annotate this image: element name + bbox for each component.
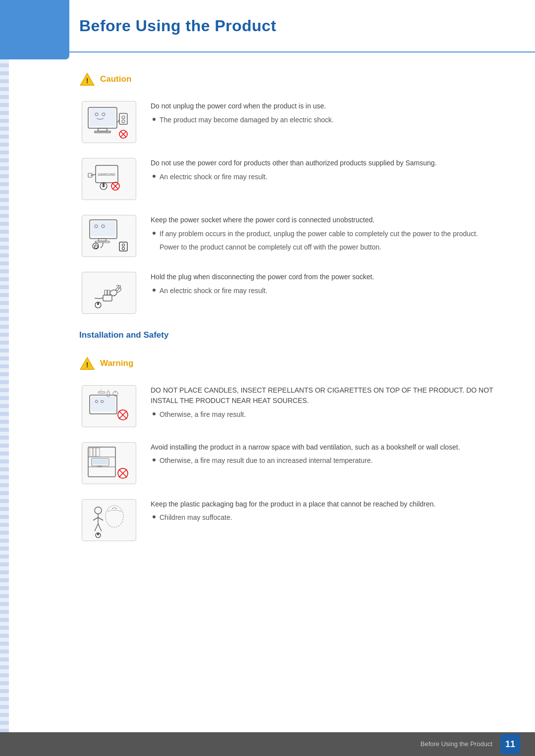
svg-point-8 [122,120,125,123]
bullet-dot [153,458,156,461]
caution-4-text: Hold the plug when disconnecting the pow… [151,272,505,296]
svg-rect-4 [98,128,107,131]
caution-4-main: Hold the plug when disconnecting the pow… [151,272,505,283]
bullet-text: An electric shock or fire may result. [160,286,268,296]
illustration-caution-3: ⏻ [79,215,139,257]
bullet-dot [153,412,156,415]
illus-box-4 [82,272,136,314]
warning-icon: ! [79,356,95,370]
svg-rect-60 [93,448,96,456]
svg-text:!: ! [86,77,89,85]
bullet-text: The product may become damaged by an ele… [160,115,334,125]
caution-header: ! Caution [79,72,505,86]
illus-box-2: SAMSUNG [82,158,136,200]
svg-rect-25 [95,241,109,243]
svg-line-66 [95,524,98,531]
caution-2-main: Do not use the power cord for products o… [151,158,505,169]
illustration-caution-2: SAMSUNG [79,158,139,200]
bullet-dot [153,232,156,235]
illustration-warning-2 [79,442,139,484]
footer-text: Before Using the Product [421,739,492,749]
svg-text:SAMSUNG: SAMSUNG [98,173,115,176]
caution-2-bullet-1: An electric shock or fire may result. [153,172,505,182]
svg-rect-37 [97,302,99,305]
warning-label: Warning [100,357,133,370]
svg-rect-44 [107,392,109,397]
bullet-text: An electric shock or fire may result. [160,172,268,182]
caution-3-sub-note: Power to the product cannot be completel… [160,242,505,252]
bullet-text: Otherwise, a fire may result. [160,409,246,420]
svg-rect-35 [103,295,112,301]
warning-item-2: Avoid installing the product in a narrow… [79,442,505,484]
caution-3-bullet-1: If any problem occurs in the product, un… [153,229,505,239]
caution-icon: ! [79,72,95,86]
bullet-dot [153,118,156,121]
svg-text:!: ! [86,360,89,368]
warning-1-main: DO NOT PLACE CANDLES, INSECT REPELLANTS … [151,385,505,406]
svg-rect-5 [95,131,110,133]
caution-item-2: SAMSUNG Do not use the power [79,158,505,200]
bullet-text: Children may suffocate. [160,512,232,523]
svg-line-67 [98,524,102,531]
bullet-dot [153,289,156,292]
illus-box-1 [82,101,136,143]
illustration-warning-1 [79,385,139,427]
warning-header: ! Warning [79,356,505,370]
svg-line-65 [98,517,103,520]
illus-box-w3 [82,499,136,541]
caution-3-main: Keep the power socket where the power co… [151,215,505,226]
caution-1-main: Do not unplug the power cord when the pr… [151,101,505,112]
page-number: 11 [500,734,520,754]
warning-3-main: Keep the plastic packaging bag for the p… [151,499,505,510]
illus-box-w2 [82,442,136,484]
caution-item-3: ⏻ Keep the power socket where the power … [79,215,505,257]
svg-rect-70 [97,533,99,535]
svg-rect-49 [98,392,105,393]
installation-section-title: Installation and Safety [79,329,505,342]
caution-item-1: Do not unplug the power cord when the pr… [79,101,505,143]
warning-item-3: Keep the plastic packaging bag for the p… [79,499,505,541]
left-stripe [0,0,9,756]
footer: Before Using the Product 11 [0,732,535,756]
page-title-area: Before Using the Product [0,0,535,52]
svg-rect-41 [91,397,115,411]
warning-2-bullet-1: Otherwise, a fire may result due to an i… [153,455,505,466]
warning-1-bullet-1: Otherwise, a fire may result. [153,409,505,420]
caution-item-4: Hold the plug when disconnecting the pow… [79,272,505,314]
svg-text:⏻: ⏻ [93,244,98,249]
caution-3-text: Keep the power socket where the power co… [151,215,505,252]
svg-rect-55 [98,466,102,467]
caution-2-text: Do not use the power cord for products o… [151,158,505,182]
bullet-dot [153,175,156,178]
svg-rect-23 [91,221,115,236]
bullet-dot [153,515,156,518]
bullet-text: Otherwise, a fire may result due to an i… [160,455,373,466]
svg-rect-61 [96,448,100,456]
caution-1-bullet-1: The product may become damaged by an ele… [153,115,505,125]
svg-point-68 [106,505,123,527]
svg-point-30 [122,248,124,250]
svg-line-64 [93,517,98,520]
svg-rect-54 [93,459,108,464]
illus-box-3: ⏻ [82,215,136,257]
page: Before Using the Product ! Caution [0,0,535,756]
warning-item-1: DO NOT PLACE CANDLES, INSECT REPELLANTS … [79,385,505,427]
caution-1-text: Do not unplug the power cord when the pr… [151,101,505,125]
page-title: Before Using the Product [79,14,505,38]
svg-point-29 [122,244,124,247]
svg-point-7 [122,116,125,119]
caution-4-bullet-1: An electric shock or fire may result. [153,286,505,296]
svg-rect-33 [105,290,107,295]
svg-rect-3 [90,109,115,126]
svg-point-62 [95,507,102,514]
warning-1-text: DO NOT PLACE CANDLES, INSECT REPELLANTS … [151,385,505,420]
bullet-text: If any problem occurs in the product, un… [160,229,478,239]
illus-box-w1 [82,385,136,427]
svg-rect-59 [90,448,93,456]
illustration-caution-1 [79,101,139,143]
warning-2-text: Avoid installing the product in a narrow… [151,442,505,466]
warning-3-bullet-1: Children may suffocate. [153,512,505,523]
warning-2-main: Avoid installing the product in a narrow… [151,442,505,453]
illustration-warning-3 [79,499,139,541]
svg-rect-18 [103,183,105,187]
